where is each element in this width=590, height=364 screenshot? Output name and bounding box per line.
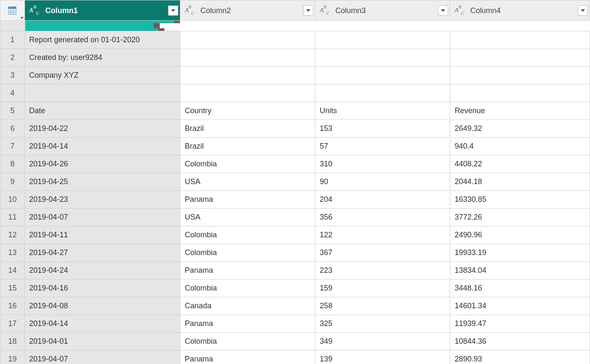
cell[interactable]: 2044.18 bbox=[450, 173, 590, 191]
row-number[interactable]: 9 bbox=[0, 173, 25, 191]
cell[interactable]: Report generated on 01-01-2020 bbox=[24, 31, 180, 49]
cell[interactable]: 2019-04-26 bbox=[24, 155, 180, 173]
table-row[interactable]: 142019-04-24Panama22313834.04 bbox=[0, 262, 590, 280]
table-row[interactable]: 132019-04-27Colombia36719933.19 bbox=[0, 244, 590, 262]
cell[interactable]: 2019-04-27 bbox=[24, 244, 180, 262]
table-row[interactable]: 162019-04-08Canada25814601.34 bbox=[0, 297, 590, 315]
cell[interactable]: 310 bbox=[315, 155, 450, 173]
cell[interactable]: 367 bbox=[315, 244, 450, 262]
cell[interactable] bbox=[315, 49, 450, 67]
cell[interactable]: Panama bbox=[180, 191, 315, 209]
cell[interactable] bbox=[315, 31, 450, 49]
cell[interactable]: 153 bbox=[315, 120, 450, 138]
cell[interactable]: Colombia bbox=[180, 333, 315, 350]
row-number[interactable]: 1 bbox=[0, 31, 25, 49]
cell[interactable]: 2649.32 bbox=[450, 120, 590, 138]
row-number[interactable]: 11 bbox=[0, 209, 25, 226]
row-number[interactable]: 3 bbox=[0, 67, 25, 84]
cell[interactable]: 356 bbox=[315, 209, 450, 226]
cell[interactable]: Colombia bbox=[180, 155, 315, 173]
cell[interactable]: 2019-04-07 bbox=[24, 209, 180, 226]
cell[interactable]: Brazil bbox=[180, 120, 315, 138]
cell[interactable]: 204 bbox=[315, 191, 450, 209]
cell[interactable]: 2019-04-07 bbox=[24, 350, 180, 364]
cell[interactable] bbox=[450, 49, 590, 67]
cell[interactable] bbox=[180, 67, 315, 84]
cell[interactable] bbox=[180, 31, 315, 49]
filter-button[interactable] bbox=[438, 5, 448, 16]
cell[interactable]: Panama bbox=[180, 350, 315, 364]
table-row[interactable]: 102019-04-23Panama20416330.85 bbox=[0, 191, 590, 209]
filter-button[interactable] bbox=[168, 5, 178, 16]
cell[interactable]: 2019-04-16 bbox=[24, 280, 180, 297]
table-row[interactable]: 3Company XYZ bbox=[0, 67, 590, 84]
cell[interactable]: Canada bbox=[180, 297, 315, 315]
row-number[interactable]: 6 bbox=[0, 120, 25, 138]
row-number[interactable]: 14 bbox=[0, 262, 25, 280]
cell[interactable]: 122 bbox=[315, 226, 450, 244]
cell[interactable]: 2019-04-14 bbox=[24, 315, 180, 333]
row-number[interactable]: 2 bbox=[0, 49, 25, 67]
cell[interactable]: Date bbox=[24, 102, 180, 120]
cell[interactable]: 2019-04-08 bbox=[24, 297, 180, 315]
cell[interactable]: 2019-04-22 bbox=[24, 120, 180, 138]
cell[interactable]: Company XYZ bbox=[24, 67, 180, 84]
cell[interactable]: 2019-04-11 bbox=[24, 226, 180, 244]
table-row[interactable]: 192019-04-07Panama1392890.93 bbox=[0, 350, 590, 364]
cell[interactable] bbox=[180, 84, 315, 102]
cell[interactable]: Panama bbox=[180, 315, 315, 333]
cell[interactable]: USA bbox=[180, 173, 315, 191]
cell[interactable]: 325 bbox=[315, 315, 450, 333]
cell[interactable] bbox=[24, 84, 180, 102]
cell[interactable]: 16330.85 bbox=[450, 191, 590, 209]
cell[interactable] bbox=[180, 49, 315, 67]
cell[interactable]: 14601.34 bbox=[450, 297, 590, 315]
table-row[interactable]: 2Created by: user9284 bbox=[0, 49, 590, 67]
row-number[interactable]: 18 bbox=[0, 333, 25, 350]
table-row[interactable]: 92019-04-25USA902044.18 bbox=[0, 173, 590, 191]
cell[interactable]: Revenue bbox=[450, 102, 590, 120]
column-header-column3[interactable]: ABC Column3 bbox=[315, 0, 450, 21]
table-row[interactable]: 122019-04-11Colombia1222490.96 bbox=[0, 226, 590, 244]
cell[interactable]: 2019-04-01 bbox=[24, 333, 180, 350]
filter-button[interactable] bbox=[578, 5, 588, 16]
table-row[interactable]: 1Report generated on 01-01-2020 bbox=[0, 31, 590, 49]
cell[interactable]: 349 bbox=[315, 333, 450, 350]
select-all-corner[interactable] bbox=[0, 0, 25, 21]
row-number[interactable]: 10 bbox=[0, 191, 25, 209]
cell[interactable] bbox=[450, 67, 590, 84]
cell[interactable] bbox=[315, 84, 450, 102]
row-number[interactable]: 19 bbox=[0, 350, 25, 364]
cell[interactable]: Units bbox=[315, 102, 450, 120]
cell[interactable]: Created by: user9284 bbox=[24, 49, 180, 67]
cell[interactable]: 2890.93 bbox=[450, 350, 590, 364]
table-row[interactable]: 5DateCountryUnitsRevenue bbox=[0, 102, 590, 120]
cell[interactable]: Colombia bbox=[180, 280, 315, 297]
cell[interactable]: 19933.19 bbox=[450, 244, 590, 262]
cell[interactable]: 223 bbox=[315, 262, 450, 280]
row-number[interactable]: 12 bbox=[0, 226, 25, 244]
cell[interactable]: 2019-04-25 bbox=[24, 173, 180, 191]
cell[interactable]: Colombia bbox=[180, 226, 315, 244]
cell[interactable]: 3448.16 bbox=[450, 280, 590, 297]
cell[interactable]: Country bbox=[180, 102, 315, 120]
table-row[interactable]: 172019-04-14Panama32511939.47 bbox=[0, 315, 590, 333]
cell[interactable]: Brazil bbox=[180, 138, 315, 155]
table-row[interactable]: 152019-04-16Colombia1593448.16 bbox=[0, 280, 590, 297]
row-number[interactable]: 17 bbox=[0, 315, 25, 333]
cell[interactable]: 90 bbox=[315, 173, 450, 191]
cell[interactable]: Colombia bbox=[180, 244, 315, 262]
row-number[interactable]: 4 bbox=[0, 84, 25, 102]
cell[interactable]: 10844.36 bbox=[450, 333, 590, 350]
cell[interactable]: 57 bbox=[315, 138, 450, 155]
filter-button[interactable] bbox=[303, 5, 313, 16]
cell[interactable]: 258 bbox=[315, 297, 450, 315]
cell[interactable]: 11939.47 bbox=[450, 315, 590, 333]
table-row[interactable]: 112019-04-07USA3563772.26 bbox=[0, 209, 590, 226]
cell[interactable]: 2490.96 bbox=[450, 226, 590, 244]
cell[interactable]: 2019-04-14 bbox=[24, 138, 180, 155]
cell[interactable]: 4408.22 bbox=[450, 155, 590, 173]
cell[interactable]: 159 bbox=[315, 280, 450, 297]
cell[interactable] bbox=[450, 84, 590, 102]
cell[interactable]: 3772.26 bbox=[450, 209, 590, 226]
